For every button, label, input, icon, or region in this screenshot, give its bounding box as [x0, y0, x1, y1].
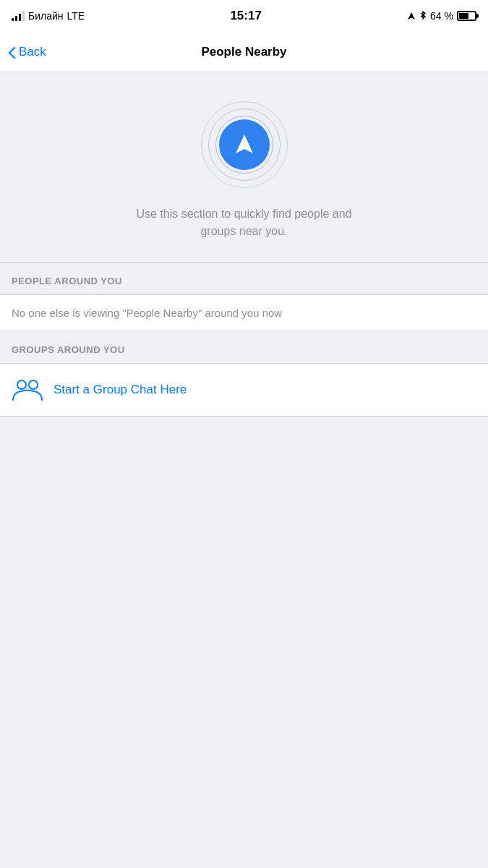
battery-icon [457, 11, 476, 21]
hero-section: Use this section to quickly find people … [0, 72, 488, 263]
bottom-area [0, 417, 488, 764]
operator-label: Билайн [28, 10, 64, 22]
svg-point-1 [29, 380, 38, 389]
battery-percent: 64 % [430, 10, 453, 22]
back-button[interactable]: Back [9, 45, 46, 59]
people-list-section: No one else is viewing "People Nearby" a… [0, 294, 488, 331]
signal-bars-icon [12, 11, 25, 21]
svg-point-0 [17, 380, 26, 389]
start-group-label[interactable]: Start a Group Chat Here [53, 383, 187, 397]
start-group-chat-item[interactable]: Start a Group Chat Here [0, 364, 488, 416]
back-chevron-icon [9, 46, 16, 59]
people-empty-message: No one else is viewing "People Nearby" a… [0, 295, 488, 331]
network-label: LTE [67, 10, 85, 22]
location-button-icon [219, 119, 270, 170]
groups-list-section: Start a Group Chat Here [0, 363, 488, 417]
battery-fill [459, 13, 468, 19]
groups-section-title: GROUPS AROUND YOU [12, 344, 125, 355]
location-icon-container [201, 101, 288, 188]
page-title: People Nearby [201, 45, 286, 59]
people-section-title: PEOPLE AROUND YOU [12, 276, 122, 286]
navigation-icon [407, 12, 416, 20]
status-left: Билайн LTE [12, 10, 85, 22]
group-icon [12, 374, 43, 406]
groups-section-header: GROUPS AROUND YOU [0, 331, 488, 363]
arrow-icon [231, 132, 257, 158]
hero-description: Use this section to quickly find people … [121, 205, 367, 240]
bluetooth-icon [419, 11, 427, 21]
people-section-header: PEOPLE AROUND YOU [0, 263, 488, 294]
status-bar: Билайн LTE 15:17 64 % [0, 0, 488, 32]
group-people-icon [12, 377, 43, 403]
navigation-bar: Back People Nearby [0, 32, 488, 72]
status-time: 15:17 [230, 9, 261, 23]
status-right: 64 % [407, 10, 476, 22]
back-label[interactable]: Back [19, 45, 46, 59]
